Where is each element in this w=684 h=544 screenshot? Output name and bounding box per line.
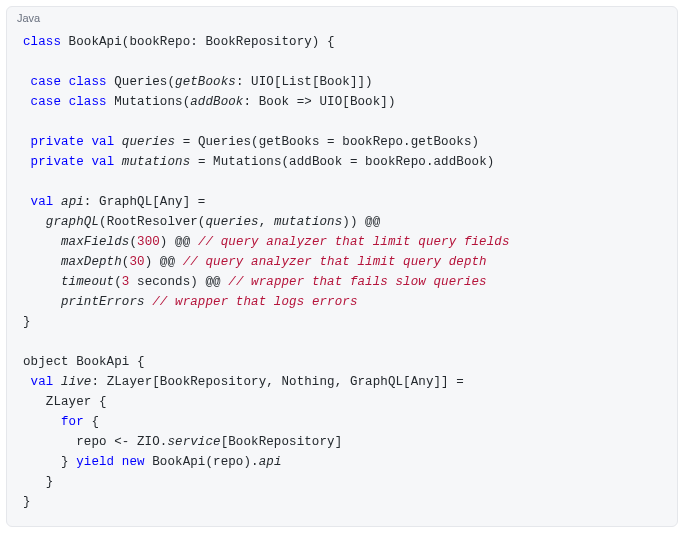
token-comment: // query analyzer that limit query depth bbox=[183, 255, 487, 269]
token: ) @@ bbox=[160, 235, 198, 249]
code-line: val live: ZLayer[BookRepository, Nothing… bbox=[23, 372, 661, 392]
token-kw: yield bbox=[76, 455, 114, 469]
code-line: private val queries = Queries(getBooks =… bbox=[23, 132, 661, 152]
token-ident-i: service bbox=[167, 435, 220, 449]
token bbox=[23, 75, 31, 89]
code-line bbox=[23, 172, 661, 192]
token-kw: private bbox=[31, 155, 84, 169]
token: (RootResolver( bbox=[99, 215, 205, 229]
code-line: maxFields(300) @@ // query analyzer that… bbox=[23, 232, 661, 252]
token-kw: class bbox=[69, 95, 107, 109]
code-line: ZLayer { bbox=[23, 392, 661, 412]
code-block: Java class BookApi(bookRepo: BookReposit… bbox=[6, 6, 678, 527]
code-line: timeout(3 seconds) @@ // wrapper that fa… bbox=[23, 272, 661, 292]
token-kw: val bbox=[91, 135, 114, 149]
token bbox=[23, 375, 31, 389]
token-ident-i: timeout bbox=[61, 275, 114, 289]
code-line bbox=[23, 112, 661, 132]
token-kw: new bbox=[122, 455, 145, 469]
token bbox=[114, 155, 122, 169]
token: : UIO[List[Book]]) bbox=[236, 75, 373, 89]
token-kw: val bbox=[31, 375, 54, 389]
code-line: } yield new BookApi(repo).api bbox=[23, 452, 661, 472]
token bbox=[61, 75, 69, 89]
token bbox=[23, 195, 31, 209]
token-kw: for bbox=[61, 415, 84, 429]
token-comment: // wrapper that logs errors bbox=[152, 295, 357, 309]
token: = Queries(getBooks = bookRepo.getBooks) bbox=[175, 135, 479, 149]
code-line: case class Queries(getBooks: UIO[List[Bo… bbox=[23, 72, 661, 92]
code-body: class BookApi(bookRepo: BookRepository) … bbox=[7, 26, 677, 526]
code-line bbox=[23, 332, 661, 352]
token-kw: class bbox=[69, 75, 107, 89]
token: : ZLayer[BookRepository, Nothing, GraphQ… bbox=[91, 375, 463, 389]
token: : Book => UIO[Book]) bbox=[243, 95, 395, 109]
code-line: val api: GraphQL[Any] = bbox=[23, 192, 661, 212]
token: = Mutations(addBook = bookRepo.addBook) bbox=[190, 155, 494, 169]
code-language-label: Java bbox=[7, 7, 677, 26]
token: ( bbox=[129, 235, 137, 249]
token-ident-i: maxFields bbox=[61, 235, 129, 249]
code-line: object BookApi { bbox=[23, 352, 661, 372]
token: Queries( bbox=[107, 75, 175, 89]
token bbox=[114, 455, 122, 469]
token bbox=[23, 135, 31, 149]
code-line: repo <- ZIO.service[BookRepository] bbox=[23, 432, 661, 452]
token-ident-i: addBook bbox=[190, 95, 243, 109]
code-line: printErrors // wrapper that logs errors bbox=[23, 292, 661, 312]
token: object BookApi { bbox=[23, 355, 145, 369]
token-ident-i: queries bbox=[122, 135, 175, 149]
token-ident-i: graphQL bbox=[46, 215, 99, 229]
token: BookApi(bookRepo: BookRepository) { bbox=[61, 35, 335, 49]
token-kw: class bbox=[23, 35, 61, 49]
token-ident-i: api bbox=[259, 455, 282, 469]
token: } bbox=[23, 475, 53, 489]
token: [BookRepository] bbox=[221, 435, 343, 449]
token bbox=[114, 135, 122, 149]
token: repo <- ZIO. bbox=[23, 435, 167, 449]
token-kw: val bbox=[91, 155, 114, 169]
token-ident-i: queries bbox=[205, 215, 258, 229]
token: ZLayer { bbox=[23, 395, 107, 409]
token-ident-i: live bbox=[61, 375, 91, 389]
token: Mutations( bbox=[107, 95, 191, 109]
token bbox=[53, 195, 61, 209]
token-kw: case bbox=[31, 75, 61, 89]
code-line: case class Mutations(addBook: Book => UI… bbox=[23, 92, 661, 112]
code-line: private val mutations = Mutations(addBoo… bbox=[23, 152, 661, 172]
token: seconds) @@ bbox=[129, 275, 228, 289]
token bbox=[23, 95, 31, 109]
token bbox=[23, 415, 61, 429]
token: { bbox=[84, 415, 99, 429]
token-num: 30 bbox=[129, 255, 144, 269]
code-line: for { bbox=[23, 412, 661, 432]
token-ident-i: mutations bbox=[122, 155, 190, 169]
token: ( bbox=[114, 275, 122, 289]
code-line: graphQL(RootResolver(queries, mutations)… bbox=[23, 212, 661, 232]
code-line: } bbox=[23, 472, 661, 492]
code-line: } bbox=[23, 492, 661, 512]
token: ) @@ bbox=[145, 255, 183, 269]
token bbox=[23, 295, 61, 309]
token-comment: // query analyzer that limit query field… bbox=[198, 235, 510, 249]
token-ident-i: api bbox=[61, 195, 84, 209]
token: } bbox=[23, 455, 76, 469]
token-num: 300 bbox=[137, 235, 160, 249]
token-comment: // wrapper that fails slow queries bbox=[228, 275, 486, 289]
token-kw: private bbox=[31, 135, 84, 149]
token bbox=[23, 255, 61, 269]
code-line: } bbox=[23, 312, 661, 332]
token: } bbox=[23, 315, 31, 329]
token: , bbox=[259, 215, 274, 229]
token bbox=[23, 215, 46, 229]
token bbox=[23, 275, 61, 289]
token: BookApi(repo). bbox=[145, 455, 259, 469]
token-ident-i: mutations bbox=[274, 215, 342, 229]
token-ident-i: getBooks bbox=[175, 75, 236, 89]
token-kw: case bbox=[31, 95, 61, 109]
code-line: maxDepth(30) @@ // query analyzer that l… bbox=[23, 252, 661, 272]
token-kw: val bbox=[31, 195, 54, 209]
token bbox=[61, 95, 69, 109]
token-ident-i: printErrors bbox=[61, 295, 145, 309]
token-ident-i: maxDepth bbox=[61, 255, 122, 269]
